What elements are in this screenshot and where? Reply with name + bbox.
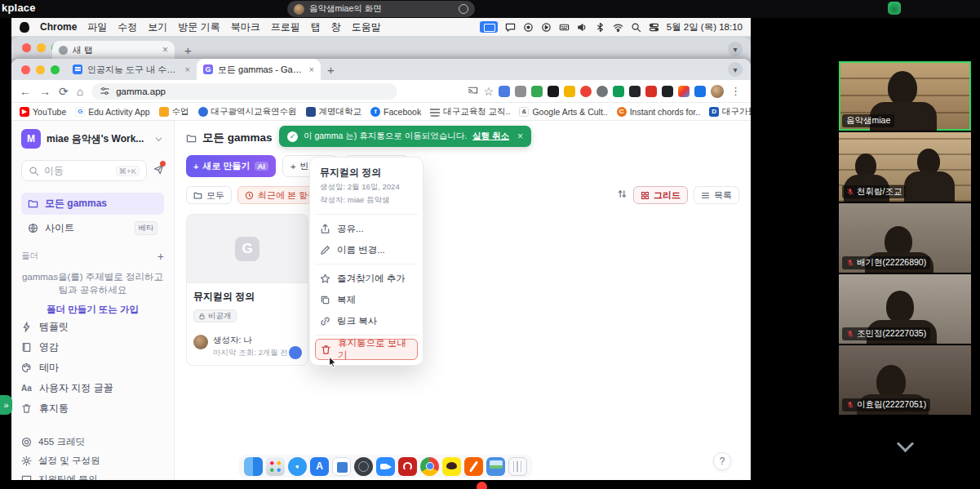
wifi-icon[interactable]: [613, 22, 623, 33]
menu-item-rename[interactable]: 이름 변경...: [315, 239, 418, 260]
collaborator-avatar[interactable]: [289, 346, 302, 359]
bookmark-daegu-office[interactable]: 대구교육청 교직..: [430, 106, 510, 118]
bluetooth-icon[interactable]: [595, 22, 605, 33]
invite-button[interactable]: [153, 164, 164, 177]
card-thumbnail[interactable]: G: [186, 214, 308, 282]
extension-icon[interactable]: [548, 86, 559, 97]
dock-trash-icon[interactable]: [508, 457, 527, 476]
minimize-button[interactable]: [37, 43, 46, 52]
extension-icon[interactable]: [564, 86, 575, 97]
workspace-switcher[interactable]: M miae 음악샘's Work...: [21, 129, 164, 149]
home-icon[interactable]: ⌂: [77, 86, 83, 97]
sidebar-item-custom-fonts[interactable]: Aa 사용자 지정 글꼴: [21, 378, 164, 398]
tab-search-icon[interactable]: ▾: [728, 62, 743, 77]
menu-profiles[interactable]: 프로필: [271, 20, 300, 34]
app-store-icon[interactable]: A: [310, 457, 329, 476]
zoom-icon[interactable]: [376, 457, 395, 476]
sidebar-item-themes[interactable]: 테마: [21, 358, 164, 378]
settings-globe-icon[interactable]: [354, 457, 373, 476]
filter-all[interactable]: 모두: [186, 186, 232, 204]
add-folder-button[interactable]: +: [157, 251, 164, 262]
launchpad-icon[interactable]: [266, 457, 285, 476]
sort-icon[interactable]: [617, 188, 627, 202]
hancom-icon[interactable]: [464, 457, 483, 476]
collapse-participants-button[interactable]: [896, 435, 913, 452]
volume-icon[interactable]: [577, 22, 588, 33]
view-grid-button[interactable]: 그리드: [633, 186, 688, 204]
menu-help[interactable]: 도움말: [352, 20, 381, 34]
menu-bar-clock[interactable]: 5월 2일 (목) 18:10: [667, 21, 743, 33]
back-icon[interactable]: ←: [20, 86, 31, 97]
extension-icon[interactable]: [678, 86, 690, 97]
bookmark-edu-activity[interactable]: GEdu Activity App: [75, 107, 149, 117]
help-button[interactable]: ?: [713, 452, 731, 470]
extension-icon[interactable]: [645, 86, 657, 97]
close-tab-icon[interactable]: ×: [185, 64, 190, 74]
undo-link[interactable]: 실행 취소: [472, 131, 509, 142]
bookmark-catholic-univ[interactable]: D대구가톨릭대학교 교..: [709, 106, 751, 118]
bookmark-daegu-edu[interactable]: 대구광역시교육연수원: [198, 106, 297, 118]
background-browser-window[interactable]: 새 탭 × + ▾: [11, 37, 751, 59]
bookmark-google-arts[interactable]: &Google Arts & Cult..: [519, 107, 607, 117]
keyboard-icon[interactable]: [559, 22, 570, 33]
menu-window[interactable]: 창: [331, 20, 341, 34]
share-options-icon[interactable]: [459, 4, 468, 14]
extension-icon[interactable]: [531, 86, 543, 97]
menu-tab[interactable]: 탭: [311, 20, 321, 34]
reload-icon[interactable]: ⟳: [59, 86, 69, 97]
extension-icon[interactable]: [662, 86, 673, 97]
bookmark-keimyung[interactable]: 계명대학교: [306, 106, 362, 118]
close-button[interactable]: [22, 43, 31, 52]
tab-new-tab[interactable]: 새 탭 ×: [52, 41, 175, 59]
topbar-status-icon[interactable]: [888, 2, 901, 15]
close-button[interactable]: [21, 65, 30, 74]
menu-item-share[interactable]: 공유...: [315, 218, 418, 239]
sidebar-item-trash[interactable]: 휴지통: [21, 398, 164, 419]
finder-icon[interactable]: [244, 457, 263, 476]
menu-item-copy-link[interactable]: 링크 복사: [315, 310, 418, 331]
participant-tile[interactable]: 천휘람/조교: [839, 132, 971, 202]
participant-tile[interactable]: 조민정(22227035): [839, 274, 971, 344]
chrome-icon[interactable]: [420, 457, 439, 476]
bookmark-youtube[interactable]: ▶YouTube: [20, 107, 66, 117]
view-list-button[interactable]: 목록: [694, 186, 739, 204]
create-new-ai-button[interactable]: + 새로 만들기 AI: [186, 155, 276, 177]
display-icon[interactable]: [486, 457, 505, 476]
extension-icon[interactable]: [694, 86, 706, 97]
screen-share-pill[interactable]: 음악샘miae의 화면: [287, 1, 475, 17]
cast-icon[interactable]: [468, 85, 478, 97]
bookmark-star-icon[interactable]: ☆: [483, 86, 494, 97]
new-tab-button[interactable]: +: [184, 43, 192, 57]
share-controls-toggle[interactable]: »: [0, 395, 12, 415]
profile-avatar[interactable]: [711, 85, 724, 98]
gamma-card[interactable]: G 뮤지컬의 정의 비공개 생성자: 나: [186, 214, 308, 366]
bookmark-facebook[interactable]: fFacebook: [370, 107, 421, 117]
settings-members-item[interactable]: 설정 및 구성원: [21, 451, 164, 470]
extension-icon[interactable]: [515, 86, 526, 97]
books-icon[interactable]: [332, 457, 351, 476]
play-icon[interactable]: [541, 22, 552, 33]
kakaotalk-icon[interactable]: [442, 457, 461, 476]
search-input[interactable]: 이동 ⌘+K: [21, 160, 147, 181]
sidebar-item-all-gammas[interactable]: 모든 gammas: [21, 193, 164, 215]
menu-file[interactable]: 파일: [87, 20, 107, 34]
address-bar[interactable]: gamma.app: [91, 83, 397, 100]
participant-tile[interactable]: 음악샘miae: [839, 61, 971, 131]
acrobat-icon[interactable]: [398, 457, 417, 476]
menu-history[interactable]: 방문 기록: [178, 20, 220, 34]
minimize-button[interactable]: [36, 65, 45, 74]
search-icon[interactable]: [631, 22, 641, 33]
credits-item[interactable]: 455 크레딧: [21, 433, 164, 451]
extension-icon[interactable]: [596, 86, 608, 97]
control-center-icon[interactable]: [649, 22, 659, 33]
sidebar-item-templates[interactable]: 템플릿: [21, 317, 164, 337]
sidebar-item-inspiration[interactable]: 영감: [21, 337, 164, 358]
participant-tile[interactable]: 배기현(22226890): [839, 203, 971, 273]
chat-icon[interactable]: [505, 22, 516, 33]
screen-share-indicator-icon[interactable]: [480, 21, 498, 33]
extension-icon[interactable]: [613, 86, 624, 97]
bookmark-instant-chords[interactable]: CInstant chords for..: [617, 107, 700, 117]
tab-all-gammas[interactable]: G 모든 gammas - Gamma ×: [197, 59, 321, 80]
participant-tile[interactable]: 이효림(22227051): [839, 345, 971, 415]
safari-icon[interactable]: [288, 457, 307, 476]
